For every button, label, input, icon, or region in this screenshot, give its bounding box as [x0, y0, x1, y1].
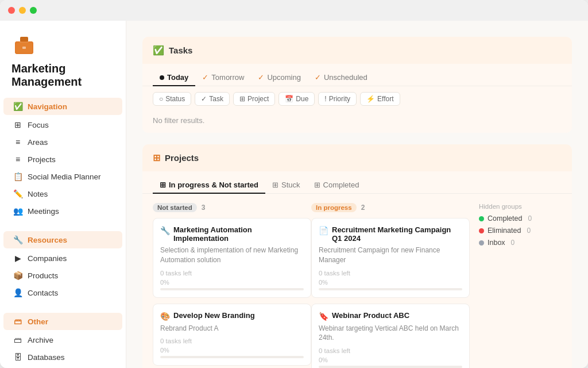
in-progress-badge: In progress — [311, 203, 357, 212]
nav-section: ✅ Navigation ⊞ Focus ≡ Areas ≡ Projects … — [0, 98, 126, 220]
inbox-group-label: Inbox — [488, 239, 505, 247]
tab-stuck[interactable]: ⊞ Stuck — [265, 177, 307, 194]
sidebar-item-projects[interactable]: ≡ Projects — [3, 151, 122, 168]
sidebar-item-areas[interactable]: ≡ Areas — [3, 133, 122, 151]
notes-icon: ✏️ — [13, 189, 23, 198]
tomorrow-tab-label: Tomorrow — [211, 73, 244, 82]
card-3-desc: Recruitment Campaign for new Finance Man… — [319, 246, 462, 265]
sidebar-item-contacts[interactable]: 👤 Contacts — [3, 284, 122, 301]
sidebar-item-databases[interactable]: 🗄 Databases — [3, 348, 122, 366]
card-1-desc: Selection & implementation of new Market… — [160, 246, 304, 265]
completed-tab-label: Completed — [323, 181, 359, 189]
focus-icon: ⊞ — [13, 120, 23, 129]
sidebar-item-resources[interactable]: 🔧 Resources — [3, 231, 122, 248]
card-3-tasks-left: 0 tasks left — [319, 270, 462, 277]
filter-status[interactable]: ○ Status — [153, 92, 191, 106]
projects-panel: ⊞ Projects ⊞ In progress & Not started ⊞… — [142, 144, 572, 368]
hidden-group-eliminated[interactable]: Eliminated 0 — [479, 227, 562, 235]
main-content: ✅ Tasks Today ✓ Tomorrow ✓ Upcoming — [126, 21, 588, 368]
other-label: Other — [28, 317, 48, 326]
due-filter-icon: 📅 — [285, 95, 293, 103]
resources-section: 🔧 Resources ▶ Companies 📦 Products 👤 Con… — [0, 231, 126, 301]
sidebar-item-companies[interactable]: ▶ Companies — [3, 250, 122, 267]
eliminated-group-count: 0 — [527, 227, 531, 235]
card-4-progress-bar — [319, 366, 462, 368]
today-tab-dot — [160, 75, 164, 80]
minimize-button[interactable] — [19, 7, 26, 14]
not-started-badge: Not started — [153, 203, 197, 212]
tab-tomorrow[interactable]: ✓ Tomorrow — [195, 70, 251, 86]
in-progress-count: 2 — [361, 204, 365, 212]
inbox-group-count: 0 — [511, 239, 515, 247]
filter-task[interactable]: ✓ Task — [195, 92, 230, 106]
project-card-branding[interactable]: 🎨 Develop New Branding Rebrand Product A… — [153, 304, 311, 366]
upcoming-tab-icon: ✓ — [258, 73, 264, 82]
databases-icon: 🗄 — [13, 352, 23, 362]
card-1-progress-bar — [160, 288, 304, 290]
card-3-progress-bar — [319, 288, 462, 290]
products-icon: 📦 — [13, 271, 23, 280]
completed-tab-icon: ⊞ — [314, 181, 320, 189]
tasks-panel-title: Tasks — [169, 45, 192, 55]
priority-filter-icon: ! — [324, 95, 326, 103]
tasks-header-icon: ✅ — [153, 45, 164, 56]
sidebar-item-products[interactable]: 📦 Products — [3, 267, 122, 284]
tab-unscheduled[interactable]: ✓ Unscheduled — [308, 70, 374, 86]
not-started-header: Not started 3 — [153, 203, 311, 212]
card-3-title-text: Recruitment Marketing Campaign Q1 2024 — [332, 225, 462, 243]
focus-label: Focus — [28, 121, 49, 129]
hidden-group-inbox[interactable]: Inbox 0 — [479, 239, 562, 247]
sidebar-item-other[interactable]: 🗃 Other — [3, 313, 122, 330]
card-1-tasks-left: 0 tasks left — [160, 270, 304, 277]
inbox-dot — [479, 240, 484, 246]
filter-project[interactable]: ⊞ Project — [233, 92, 275, 106]
project-card-webinar[interactable]: 🔖 Webinar Product ABC Webinar targeting … — [311, 304, 470, 368]
card-3-progress-label: 0% — [319, 279, 462, 286]
filter-effort[interactable]: ⚡ Effort — [360, 92, 400, 106]
tab-upcoming[interactable]: ✓ Upcoming — [251, 70, 308, 86]
tab-completed[interactable]: ⊞ Completed — [307, 177, 366, 194]
card-1-progress-label: 0% — [160, 279, 304, 286]
other-icon: 🗃 — [13, 317, 23, 326]
titlebar — [0, 0, 588, 21]
sidebar-item-focus[interactable]: ⊞ Focus — [3, 116, 122, 133]
sidebar-item-social-media-planner[interactable]: 📋 Social Media Planner — [3, 168, 122, 185]
tasks-tab-bar: Today ✓ Tomorrow ✓ Upcoming ✓ Unschedule… — [142, 64, 572, 86]
maximize-button[interactable] — [30, 7, 37, 14]
status-filter-icon: ○ — [159, 95, 163, 103]
archive-label: Archive — [28, 336, 53, 344]
due-filter-label: Due — [296, 95, 308, 103]
project-card-marketing-automation[interactable]: 🔧 Marketing Automation Implementation Se… — [153, 218, 311, 298]
filter-priority[interactable]: ! Priority — [318, 92, 357, 106]
in-progress-tab-icon: ⊞ — [160, 181, 166, 189]
app-title: Marketing Management — [11, 62, 114, 89]
not-started-column: Not started 3 🔧 Marketing Automation Imp… — [153, 203, 311, 368]
projects-header-icon: ⊞ — [153, 152, 160, 163]
tab-today[interactable]: Today — [153, 70, 195, 86]
close-button[interactable] — [8, 7, 15, 14]
completed-dot — [479, 216, 484, 221]
sidebar-item-notes[interactable]: ✏️ Notes — [3, 185, 122, 202]
status-filter-label: Status — [165, 95, 185, 103]
filter-due[interactable]: 📅 Due — [278, 92, 315, 106]
sidebar-item-meetings[interactable]: 👥 Meetings — [3, 202, 122, 220]
app-body: Marketing Management ✅ Navigation ⊞ Focu… — [0, 21, 588, 368]
card-2-desc: Rebrand Product A — [160, 324, 304, 334]
projects-content: Not started 3 🔧 Marketing Automation Imp… — [142, 194, 572, 368]
project-filter-label: Project — [247, 95, 269, 103]
sidebar-item-navigation[interactable]: ✅ Navigation — [3, 98, 122, 115]
hidden-groups-panel: Hidden groups Completed 0 Eliminated 0 — [470, 203, 562, 368]
completed-group-count: 0 — [528, 214, 532, 223]
resources-label: Resources — [28, 236, 67, 244]
resources-icon: 🔧 — [13, 235, 23, 244]
unscheduled-tab-icon: ✓ — [315, 73, 321, 82]
tab-in-progress-not-started[interactable]: ⊞ In progress & Not started — [153, 177, 265, 194]
tasks-filter-row: ○ Status ✓ Task ⊞ Project 📅 Due — [142, 86, 572, 112]
card-2-progress-label: 0% — [160, 347, 304, 354]
projects-label: Projects — [28, 155, 56, 164]
effort-filter-icon: ⚡ — [366, 95, 375, 103]
hidden-group-completed[interactable]: Completed 0 — [479, 214, 562, 223]
project-card-recruitment[interactable]: 📄 Recruitment Marketing Campaign Q1 2024… — [311, 218, 470, 298]
card-title-2: 🎨 Develop New Branding — [160, 311, 304, 321]
sidebar-item-archive[interactable]: 🗃 Archive — [3, 331, 122, 348]
